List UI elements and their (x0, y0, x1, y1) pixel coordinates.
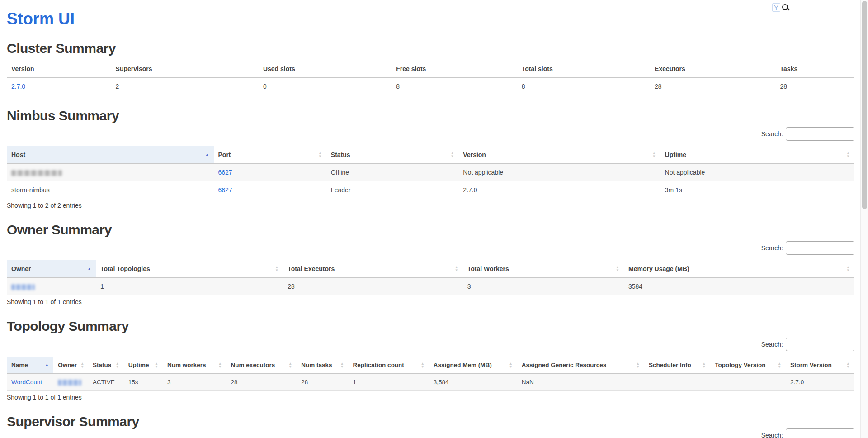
nimbus-summary-table: Host Port Status Version Uptime 6627 Off… (7, 146, 854, 199)
cell-executors: 28 (650, 78, 775, 95)
column-header-used-slots: Used slots (259, 60, 392, 78)
cell-host (7, 164, 214, 181)
owner-summary-section: Owner Summary Search: Owner Total Topolo… (7, 222, 854, 306)
page-content: Storm UI Cluster Summary Version Supervi… (7, 0, 854, 438)
topology-row: WordCount ACTIVE 15s 3 28 28 1 3,584 NaN… (7, 374, 854, 391)
column-header-assigned-generic-resources[interactable]: Assigned Generic Resources (517, 357, 644, 374)
nimbus-search-input[interactable] (786, 127, 854, 141)
scrollbar[interactable] (860, 0, 868, 438)
sort-icons (288, 362, 292, 368)
search-icon[interactable] (782, 4, 790, 12)
owner-header-row: Owner Total Topologies Total Executors T… (7, 260, 854, 278)
sort-icons (116, 362, 119, 368)
nimbus-row: storm-nimbus 6627 Leader 2.7.0 3m 1s (7, 181, 854, 199)
column-header-scheduler-info[interactable]: Scheduler Info (644, 357, 710, 374)
cell-topo-owner (53, 374, 88, 391)
column-header-supervisors: Supervisors (111, 60, 259, 78)
column-header-num-workers[interactable]: Num workers (163, 357, 226, 374)
column-header-replication-count[interactable]: Replication count (349, 357, 429, 374)
cell-total-executors: 28 (283, 278, 463, 295)
topbar-icons: Y (772, 3, 790, 12)
column-header-memory-usage[interactable]: Memory Usage (MB) (624, 260, 854, 278)
cluster-version-link[interactable]: 2.7.0 (11, 83, 25, 90)
sort-icons (509, 362, 513, 368)
owner-search-input[interactable] (786, 241, 854, 255)
cluster-summary-row: 2.7.0 2 0 8 8 28 28 (7, 78, 854, 95)
column-header-name[interactable]: Name (7, 357, 53, 374)
scrollbar-thumb[interactable] (862, 1, 867, 209)
sort-icons (846, 362, 850, 368)
column-header-topo-status[interactable]: Status (88, 357, 124, 374)
cell-nimbus-version: Not applicable (458, 164, 660, 181)
column-header-topology-version[interactable]: Topology Version (710, 357, 786, 374)
cluster-summary-section: Cluster Summary Version Supervisors Used… (7, 41, 854, 95)
supervisor-search-input[interactable] (786, 428, 854, 438)
supervisor-search-label: Search: (761, 432, 783, 438)
cell-version: 2.7.0 (7, 78, 111, 95)
cell-uptime: 3m 1s (660, 181, 854, 199)
column-header-total-topologies[interactable]: Total Topologies (96, 260, 283, 278)
column-header-host[interactable]: Host (7, 146, 214, 164)
sort-icons (218, 362, 222, 368)
sort-icons (318, 152, 322, 158)
topology-name-link[interactable]: WordCount (11, 379, 42, 386)
cell-port: 6627 (214, 181, 326, 199)
cell-topo-uptime: 15s (124, 374, 163, 391)
sort-icons (702, 362, 706, 368)
storm-ui-home-link[interactable]: Storm UI (7, 10, 75, 28)
column-header-topo-owner[interactable]: Owner (53, 357, 88, 374)
column-header-assigned-mem[interactable]: Assigned Mem (MB) (429, 357, 517, 374)
y-icon[interactable]: Y (772, 3, 780, 12)
sort-icons (846, 266, 850, 272)
cell-num-executors: 28 (226, 374, 297, 391)
owner-search-label: Search: (761, 244, 783, 252)
nimbus-port-link[interactable]: 6627 (218, 169, 232, 176)
cell-tasks: 28 (776, 78, 854, 95)
cluster-summary-table: Version Supervisors Used slots Free slot… (7, 60, 854, 95)
column-header-topo-uptime[interactable]: Uptime (124, 357, 163, 374)
supervisor-summary-section: Supervisor Summary Search: (7, 414, 854, 438)
cluster-header-row: Version Supervisors Used slots Free slot… (7, 60, 854, 78)
nimbus-summary-section: Nimbus Summary Search: Host Port Status … (7, 108, 854, 209)
column-header-total-executors[interactable]: Total Executors (283, 260, 463, 278)
supervisor-search-row: Search: (7, 428, 854, 438)
redacted-host-blur (11, 170, 62, 176)
cell-topology-version (710, 374, 786, 391)
cell-num-tasks: 28 (297, 374, 348, 391)
nimbus-summary-heading: Nimbus Summary (7, 108, 854, 124)
cell-status: Leader (326, 181, 458, 199)
cell-total-workers: 3 (463, 278, 624, 295)
column-header-num-executors[interactable]: Num executors (226, 357, 297, 374)
column-header-port[interactable]: Port (214, 146, 326, 164)
column-header-status[interactable]: Status (326, 146, 458, 164)
supervisor-summary-heading: Supervisor Summary (7, 414, 854, 429)
owner-summary-heading: Owner Summary (7, 222, 854, 238)
cell-port: 6627 (214, 164, 326, 181)
nimbus-port-link[interactable]: 6627 (218, 186, 232, 194)
cluster-summary-heading: Cluster Summary (7, 41, 854, 56)
column-header-num-tasks[interactable]: Num tasks (297, 357, 348, 374)
sort-icons (80, 362, 84, 368)
cell-topo-name: WordCount (7, 374, 53, 391)
sort-icons (275, 266, 278, 272)
topology-search-input[interactable] (786, 338, 854, 351)
owner-summary-table: Owner Total Topologies Total Executors T… (7, 260, 854, 295)
owner-search-row: Search: (7, 241, 854, 255)
topology-summary-table: Name Owner Status Uptime Num workers Num… (7, 357, 854, 391)
column-header-total-workers[interactable]: Total Workers (463, 260, 624, 278)
cell-nimbus-version: 2.7.0 (458, 181, 660, 199)
topology-entries-info: Showing 1 to 1 of 1 entries (7, 394, 854, 401)
cell-owner (7, 278, 96, 295)
nimbus-entries-info: Showing 1 to 2 of 2 entries (7, 202, 854, 209)
cell-total-slots: 8 (517, 78, 650, 95)
column-header-uptime[interactable]: Uptime (660, 146, 854, 164)
column-header-storm-version[interactable]: Storm Version (786, 357, 854, 374)
cell-uptime: Not applicable (660, 164, 854, 181)
column-header-nimbus-version[interactable]: Version (458, 146, 660, 164)
column-header-owner[interactable]: Owner (7, 260, 96, 278)
topology-summary-heading: Topology Summary (7, 319, 854, 334)
cell-supervisors: 2 (111, 78, 259, 95)
cell-free-slots: 8 (392, 78, 517, 95)
column-header-free-slots: Free slots (392, 60, 517, 78)
nimbus-row: 6627 Offline Not applicable Not applicab… (7, 164, 854, 181)
